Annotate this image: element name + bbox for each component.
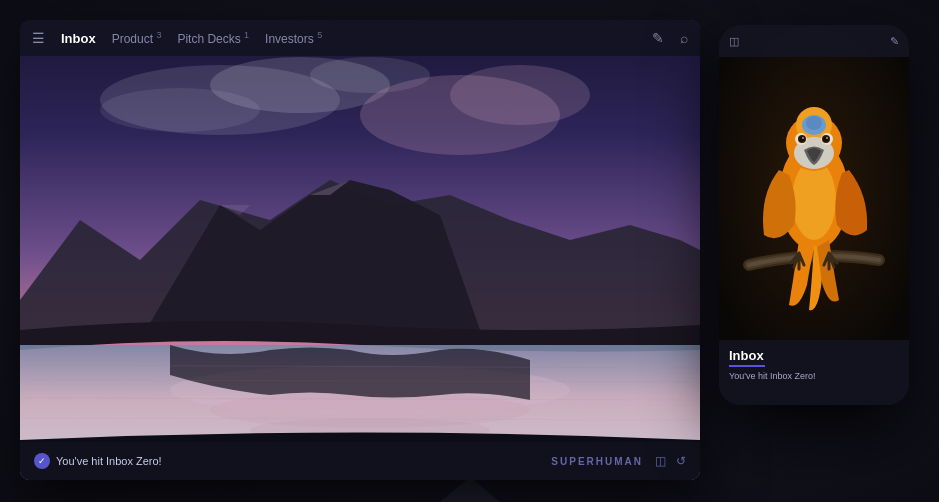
check-icon: ✓ — [34, 453, 50, 469]
message-icon[interactable]: ◫ — [655, 454, 666, 468]
menu-icon[interactable]: ☰ — [32, 30, 45, 46]
investors-tab[interactable]: Investors 5 — [265, 30, 322, 46]
landscape-svg — [20, 20, 700, 480]
hero-image — [20, 20, 700, 480]
bottom-decoration — [440, 477, 500, 502]
phone-inbox-label: Inbox — [729, 348, 899, 363]
nav-bar: ☰ Inbox Product 3 Pitch Decks 1 Investor… — [20, 20, 700, 56]
phone-bottom: Inbox You've hit Inbox Zero! — [719, 340, 909, 405]
superhuman-brand: SUPERHUMAN — [551, 456, 643, 467]
phone-inbox-underline — [729, 365, 765, 367]
parrot-bg — [719, 25, 909, 345]
inbox-zero-message: ✓ You've hit Inbox Zero! — [34, 453, 162, 469]
inbox-zero-text: You've hit Inbox Zero! — [56, 455, 162, 467]
pitch-decks-tab[interactable]: Pitch Decks 1 — [177, 30, 249, 46]
phone-chat-icon[interactable]: ◫ — [729, 35, 739, 48]
search-icon[interactable]: ⌕ — [680, 30, 688, 46]
scene: ☰ Inbox Product 3 Pitch Decks 1 Investor… — [0, 0, 939, 502]
svg-point-3 — [100, 88, 260, 132]
refresh-icon[interactable]: ↺ — [676, 454, 686, 468]
svg-point-18 — [792, 160, 836, 240]
phone-top-bar: ◫ ✎ — [719, 25, 909, 57]
product-tab[interactable]: Product 3 — [112, 30, 162, 46]
svg-point-29 — [826, 137, 828, 139]
svg-point-28 — [824, 137, 829, 142]
svg-point-25 — [802, 137, 804, 139]
main-window: ☰ Inbox Product 3 Pitch Decks 1 Investor… — [20, 20, 700, 480]
edit-icon[interactable]: ✎ — [652, 30, 664, 46]
bottom-icons: ◫ ↺ — [655, 454, 686, 468]
parrot-svg — [719, 25, 909, 345]
bottom-bar: ✓ You've hit Inbox Zero! SUPERHUMAN ◫ ↺ — [20, 442, 700, 480]
svg-point-6 — [450, 65, 590, 125]
phone-inbox-zero: You've hit Inbox Zero! — [729, 371, 899, 381]
phone-edit-icon[interactable]: ✎ — [890, 35, 899, 48]
phone-hero — [719, 25, 909, 345]
phone-mockup: ◫ ✎ — [719, 25, 909, 405]
svg-point-24 — [800, 137, 805, 142]
svg-point-31 — [806, 116, 822, 130]
inbox-tab[interactable]: Inbox — [61, 31, 96, 46]
